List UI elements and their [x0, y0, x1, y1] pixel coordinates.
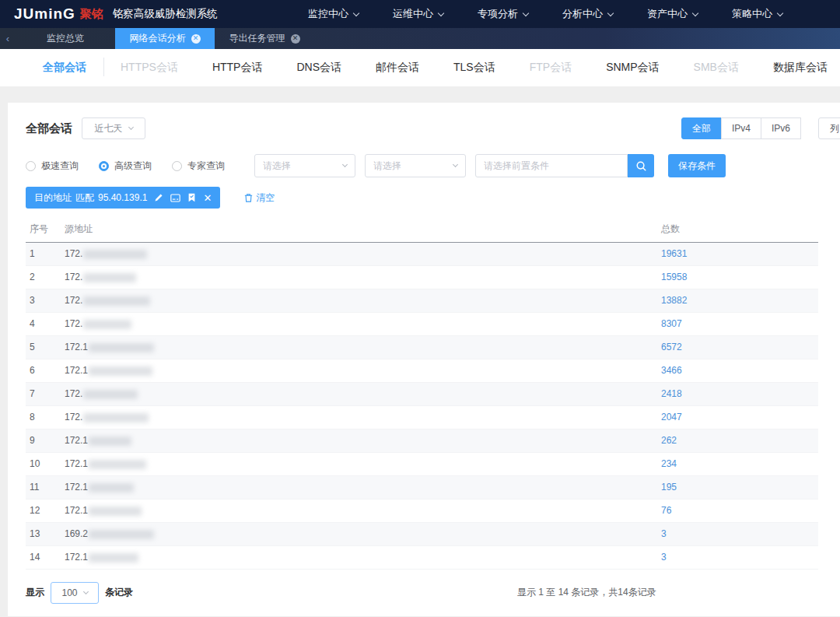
condition-input[interactable]: 请选择前置条件 [475, 154, 628, 177]
total-count-link[interactable]: 13882 [661, 295, 687, 306]
query-mode-radio[interactable]: 高级查询 [99, 160, 152, 173]
card-icon[interactable] [170, 194, 180, 202]
table-row: 7 172. 2418 [26, 382, 818, 405]
table-row: 11 172.1 195 [26, 475, 818, 499]
nav-menu-bar: 监控中心 运维中心 专项分析 分析中心 资产中心 [308, 7, 826, 21]
window-tab[interactable]: 导出任务管理 ✕ [215, 28, 314, 49]
sessions-table: 序号 源地址 总数 1 172. 19631 2 [26, 216, 818, 570]
nav-menu-item[interactable]: 专项分析 [478, 7, 528, 21]
row-index: 14 [26, 545, 61, 569]
close-icon[interactable]: ✕ [291, 34, 300, 44]
session-tab[interactable]: 数据库会话 [773, 61, 828, 75]
total-count-link[interactable]: 234 [661, 458, 677, 469]
ip-version-button[interactable]: IPv6 [761, 117, 801, 139]
total-count-link[interactable]: 3 [661, 552, 667, 563]
query-mode-radio[interactable]: 专家查询 [172, 160, 225, 173]
records-summary: 显示 1 至 14 条记录，共14条记录 [517, 586, 656, 599]
nav-menu-item[interactable]: 运维中心 [393, 7, 443, 21]
radio-icon [26, 161, 36, 171]
filter-tag[interactable]: 目的地址 匹配 95.40.139.1 ✕ [26, 187, 220, 209]
window-tab[interactable]: 网络会话分析 ✕ [115, 28, 215, 49]
chevron-down-icon [128, 124, 133, 130]
top-navbar: JUminG 聚铭 铭察高级威胁检测系统 监控中心 运维中心 专项分析 分析中心 [0, 0, 840, 28]
total-count-link[interactable]: 19631 [661, 248, 687, 259]
close-icon[interactable]: ✕ [191, 34, 201, 44]
time-range-select[interactable]: 近七天 [82, 117, 145, 139]
table-row: 14 172.1 3 [26, 545, 818, 569]
total-count-link[interactable]: 262 [661, 435, 677, 446]
session-type-tabs: 全部会话 HTTPS会话 HTTP会话 DNS会话 邮件会话 TLS会话 FTP… [0, 49, 840, 86]
row-index: 9 [26, 429, 61, 452]
source-ip-prefix: 172. [65, 272, 82, 282]
total-count-link[interactable]: 6572 [661, 342, 682, 352]
back-chevron-icon[interactable]: ‹ [0, 28, 16, 49]
total-count-link[interactable]: 2418 [661, 388, 682, 399]
session-tab[interactable]: DNS会话 [296, 61, 341, 75]
window-tab[interactable]: 监控总览 ✕ [16, 28, 115, 49]
redacted-ip-segment [89, 483, 134, 493]
redacted-ip-segment [83, 250, 147, 259]
save-condition-button[interactable]: 保存条件 [668, 154, 726, 177]
session-tab[interactable]: SNMP会话 [606, 61, 659, 75]
edit-icon[interactable] [154, 193, 163, 202]
query-mode-radio[interactable]: 极速查询 [26, 160, 79, 173]
session-tab-label: 全部会话 [43, 61, 86, 73]
table-header-row: 序号 源地址 总数 [26, 216, 818, 242]
total-count-link[interactable]: 3466 [661, 365, 682, 376]
field-select[interactable]: 请选择 [254, 154, 355, 177]
session-tab[interactable]: 全部会话 [43, 61, 86, 75]
source-address-cell: 169.2 [61, 522, 657, 545]
query-mode-label: 高级查询 [114, 160, 152, 173]
search-icon [635, 160, 647, 172]
session-tab[interactable]: SMB会话 [694, 61, 739, 75]
row-index: 1 [26, 242, 61, 265]
total-count-link[interactable]: 8307 [661, 318, 682, 329]
field-select-placeholder: 请选择 [263, 160, 291, 173]
session-tab[interactable]: HTTP会话 [212, 61, 263, 75]
filter-operator: 匹配 [75, 191, 94, 205]
ip-version-button[interactable]: IPv4 [721, 117, 761, 139]
query-mode-label: 极速查询 [41, 160, 79, 173]
header-right-controls: 全部 IPv4 IPv6 列 [681, 117, 840, 139]
row-index: 5 [26, 335, 61, 359]
ip-version-button[interactable]: 全部 [681, 117, 722, 139]
source-address-cell: 172.1 [61, 475, 657, 499]
search-button[interactable] [628, 154, 654, 177]
source-ip-prefix: 172.1 [65, 365, 88, 376]
nav-menu-item[interactable]: 监控中心 [308, 7, 359, 21]
session-tab[interactable]: TLS会话 [453, 61, 495, 75]
table-row: 10 172.1 234 [26, 452, 818, 475]
chevron-down-icon [82, 588, 88, 594]
total-count-link[interactable]: 15958 [661, 272, 687, 282]
session-tab[interactable]: FTP会话 [530, 61, 572, 75]
chevron-down-icon [342, 162, 348, 167]
session-tab[interactable]: 邮件会话 [376, 61, 419, 75]
source-ip-prefix: 172.1 [65, 435, 88, 446]
nav-menu-item[interactable]: 策略中心 [732, 7, 782, 21]
source-address-cell: 172.1 [61, 545, 657, 569]
nav-menu-item[interactable]: 分析中心 [562, 7, 613, 21]
clear-all-button[interactable]: 清空 [243, 191, 275, 205]
total-count-link[interactable]: 195 [661, 482, 677, 493]
redacted-ip-segment [89, 530, 154, 539]
total-count-cell: 2047 [657, 405, 818, 429]
row-index: 12 [26, 499, 61, 522]
total-count-cell: 15958 [657, 265, 818, 289]
nav-menu-label: 策略中心 [732, 7, 772, 21]
bookmark-icon[interactable] [187, 193, 196, 202]
column-settings-button[interactable]: 列 [818, 117, 840, 139]
total-count-link[interactable]: 2047 [661, 412, 682, 422]
total-count-link[interactable]: 76 [661, 505, 671, 516]
nav-menu-item[interactable]: 资产中心 [647, 7, 698, 21]
source-ip-prefix: 172. [65, 318, 82, 329]
total-count-link[interactable]: 3 [661, 528, 667, 539]
remove-filter-icon[interactable]: ✕ [203, 192, 212, 204]
table-row: 12 172.1 76 [26, 499, 818, 522]
operator-select[interactable]: 请选择 [365, 154, 466, 177]
window-tab-label: 导出任务管理 [229, 32, 285, 45]
nav-menu-label: 专项分析 [478, 7, 518, 21]
page-size-select[interactable]: 100 [51, 582, 99, 604]
page-size-value: 100 [61, 587, 77, 598]
brand-logo: JUminG [14, 5, 75, 23]
session-tab[interactable]: HTTPS会话 [121, 61, 178, 75]
